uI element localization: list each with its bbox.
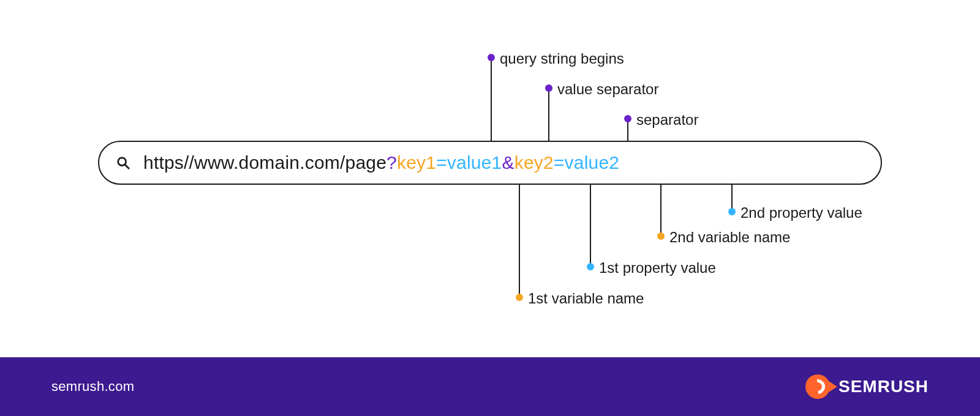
- diagram-stage: query string begins value separator sepa…: [0, 0, 980, 416]
- url-eq1: =: [436, 152, 447, 173]
- dot-key1: [516, 294, 523, 301]
- url-val1: value1: [447, 152, 502, 173]
- label-2nd-variable-name: 2nd variable name: [669, 229, 790, 246]
- url-text: https//www.domain.com/page?key1=value1&k…: [143, 152, 619, 173]
- label-separator: separator: [636, 111, 698, 128]
- leader-line-key1: [519, 185, 520, 297]
- url-eq2: =: [554, 152, 565, 173]
- url-amp: &: [502, 152, 514, 173]
- url-base: https//www.domain.com/page: [143, 152, 386, 173]
- brand-logo-icon: [805, 374, 830, 399]
- url-key1: key1: [397, 152, 436, 173]
- dot-val1: [587, 263, 594, 270]
- svg-line-1: [125, 165, 129, 168]
- dot-val2: [728, 208, 736, 215]
- search-icon: [116, 156, 130, 169]
- footer-site-url: semrush.com: [51, 379, 134, 395]
- leader-line-amp: [627, 122, 628, 141]
- leader-line-key2: [660, 185, 662, 236]
- label-2nd-property-value: 2nd property value: [741, 204, 862, 221]
- dot-amp: [624, 115, 631, 122]
- dot-eq: [545, 84, 552, 92]
- label-value-separator: value separator: [557, 81, 658, 98]
- url-bar: https//www.domain.com/page?key1=value1&k…: [98, 141, 882, 185]
- leader-line-eq: [548, 91, 549, 141]
- label-query-string-begins: query string begins: [500, 50, 624, 67]
- leader-line-qmark: [491, 61, 492, 141]
- brand: SEMRUSH: [805, 374, 929, 399]
- brand-name: SEMRUSH: [839, 377, 929, 396]
- url-key2: key2: [514, 152, 554, 173]
- dot-key2: [657, 232, 665, 240]
- label-1st-variable-name: 1st variable name: [528, 290, 644, 307]
- url-qmark: ?: [386, 152, 397, 173]
- dot-qmark: [488, 54, 495, 61]
- label-1st-property-value: 1st property value: [599, 259, 716, 277]
- leader-line-val1: [590, 185, 591, 267]
- footer: semrush.com SEMRUSH: [0, 357, 980, 416]
- url-val2: value2: [565, 152, 620, 173]
